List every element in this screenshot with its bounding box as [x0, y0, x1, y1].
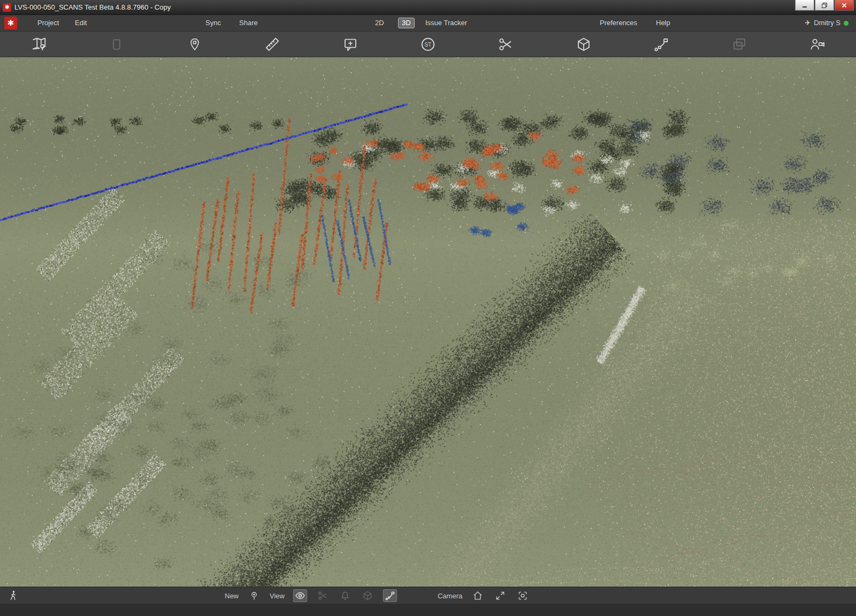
capture-icon[interactable] [516, 589, 530, 602]
cube-icon[interactable] [545, 32, 622, 57]
home-icon[interactable] [471, 589, 485, 602]
scissors-icon[interactable] [316, 589, 330, 602]
main-toolbar: ST [0, 31, 856, 57]
close-button[interactable] [835, 0, 854, 11]
image-icon[interactable] [78, 32, 155, 57]
add-pin-icon[interactable] [247, 589, 261, 602]
scissors-icon[interactable] [467, 32, 545, 57]
walk-icon[interactable] [6, 589, 20, 602]
map-location-icon[interactable] [0, 32, 78, 57]
menu-preferences[interactable]: Preferences [600, 15, 637, 31]
trajectory-icon[interactable] [623, 32, 700, 57]
mode-3d-toggle[interactable]: 3D [398, 18, 415, 28]
bottom-bar: New View [0, 587, 856, 604]
app-logo-icon: ✱ [3, 3, 11, 12]
cube-icon[interactable] [361, 589, 374, 602]
menu-project[interactable]: Project [37, 15, 59, 31]
plane-icon: ✈ [805, 15, 811, 31]
trajectory-icon[interactable] [383, 589, 397, 602]
new-label: New [225, 592, 239, 600]
menu-edit[interactable]: Edit [75, 15, 87, 31]
mode-2d-toggle[interactable]: 2D [375, 15, 384, 31]
layers-icon[interactable] [700, 32, 778, 57]
title-bar: ✱ LVS-000-050_SCANS Test Beta 4.8.8.7960… [0, 0, 856, 15]
alerts-icon[interactable] [338, 589, 352, 602]
viewport-3d [0, 57, 856, 587]
menu-sync[interactable]: Sync [205, 15, 221, 31]
window-controls [795, 0, 856, 11]
station-label: ST [425, 41, 432, 47]
camera-label: Camera [438, 592, 462, 600]
menu-share[interactable]: Share [239, 15, 258, 31]
menu-issue-tracker[interactable]: Issue Tracker [425, 15, 467, 31]
user-camera-icon[interactable] [778, 32, 856, 57]
menu-bar: ✱ Project Edit Sync Share 2D 3D Issue Tr… [0, 15, 856, 31]
window-title: LVS-000-050_SCANS Test Beta 4.8.8.7960 -… [14, 3, 171, 11]
point-cloud-viewport[interactable] [0, 57, 856, 587]
minimize-button[interactable] [795, 0, 814, 11]
menu-help[interactable]: Help [656, 15, 670, 31]
bottom-controls: New View [225, 587, 530, 604]
station-icon[interactable]: ST [389, 32, 467, 57]
app-logo-icon[interactable]: ✱ [4, 17, 17, 29]
ruler-icon[interactable] [233, 32, 311, 57]
expand-icon[interactable] [493, 589, 507, 602]
online-status-dot [844, 21, 849, 26]
eye-icon[interactable] [293, 589, 307, 602]
application-window: ✱ LVS-000-050_SCANS Test Beta 4.8.8.7960… [0, 0, 856, 616]
pin-icon[interactable] [156, 32, 233, 57]
restore-button[interactable] [815, 0, 834, 11]
view-label: View [270, 592, 285, 600]
user-name: Dmitry S [814, 15, 840, 31]
window-bottom-edge [0, 604, 856, 616]
user-account[interactable]: ✈ Dmitry S [805, 15, 849, 31]
add-comment-icon[interactable] [311, 32, 389, 57]
